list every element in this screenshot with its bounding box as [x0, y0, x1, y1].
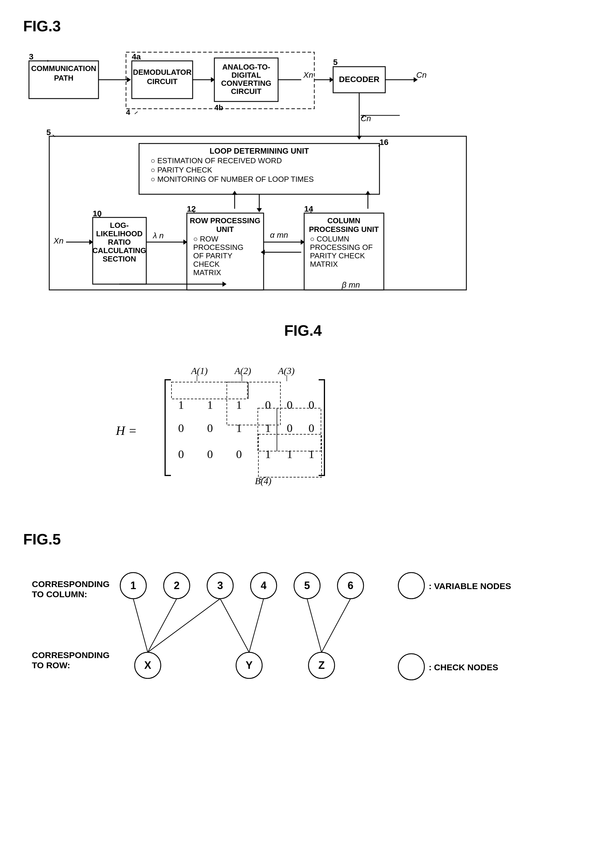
svg-text:1: 1 — [265, 422, 271, 435]
svg-text:PARITY CHECK: PARITY CHECK — [310, 251, 365, 260]
svg-text:0: 0 — [309, 422, 314, 435]
svg-line-145 — [148, 599, 177, 652]
svg-text:16: 16 — [379, 138, 388, 147]
svg-text:0: 0 — [287, 422, 292, 435]
svg-text:α mn: α mn — [270, 231, 288, 239]
svg-text:COLUMN: COLUMN — [327, 216, 360, 225]
svg-text:ROW PROCESSING: ROW PROCESSING — [190, 216, 260, 225]
svg-text:A(2): A(2) — [234, 366, 251, 376]
svg-text:: VARIABLE NODES: : VARIABLE NODES — [429, 581, 511, 591]
svg-text:CHECK: CHECK — [193, 260, 220, 268]
svg-text:1: 1 — [178, 398, 184, 411]
svg-text:4: 4 — [261, 580, 266, 591]
fig4-label: FIG.4 — [23, 322, 583, 339]
svg-line-147 — [220, 599, 249, 652]
svg-text:2: 2 — [174, 580, 179, 591]
svg-text:0: 0 — [207, 422, 213, 435]
fig5-svg: CORRESPONDING TO COLUMN: CORRESPONDING T… — [23, 554, 597, 704]
svg-text:0: 0 — [265, 398, 271, 411]
svg-text:0: 0 — [178, 422, 184, 435]
fig3-svg: COMMUNICATION PATH 3 4 DEMODULATOR CIRCU… — [23, 43, 597, 304]
svg-text:10: 10 — [93, 209, 102, 218]
svg-text:CORRESPONDING: CORRESPONDING — [32, 579, 110, 589]
svg-text:LIKELIHOOD: LIKELIHOOD — [96, 229, 142, 238]
svg-text:1: 1 — [265, 448, 271, 461]
svg-text:○ PARITY CHECK: ○ PARITY CHECK — [151, 166, 212, 174]
svg-text:Y: Y — [246, 659, 253, 671]
svg-text:ANALOG-TO-: ANALOG-TO- — [222, 63, 270, 71]
svg-text:○ MONITORING OF NUMBER OF LOOP: ○ MONITORING OF NUMBER OF LOOP TIMES — [151, 175, 314, 183]
fig5-container: CORRESPONDING TO COLUMN: CORRESPONDING T… — [23, 554, 597, 704]
svg-text:Xn: Xn — [303, 70, 313, 79]
svg-text:SECTION: SECTION — [102, 254, 136, 263]
fig4-svg: H = 1 1 1 0 0 0 0 0 1 1 0 0 0 0 0 1 — [23, 345, 597, 513]
svg-text:LOG-: LOG- — [110, 221, 129, 229]
svg-line-9 — [135, 112, 138, 114]
svg-text:X: X — [144, 659, 151, 671]
svg-text:○ ROW: ○ ROW — [193, 234, 218, 243]
svg-line-146 — [148, 599, 220, 652]
svg-text:PATH: PATH — [54, 74, 74, 82]
svg-text:0: 0 — [178, 448, 184, 461]
svg-text:TO COLUMN:: TO COLUMN: — [32, 589, 87, 599]
svg-text:14: 14 — [304, 205, 314, 213]
svg-text:1: 1 — [130, 580, 136, 591]
svg-point-157 — [398, 573, 424, 599]
svg-line-150 — [322, 599, 351, 652]
svg-text:CONVERTING: CONVERTING — [221, 79, 271, 88]
svg-text:4: 4 — [126, 108, 130, 116]
svg-text:A(1): A(1) — [191, 366, 208, 376]
svg-text:5: 5 — [304, 580, 310, 591]
svg-text:○ ESTIMATION OF RECEIVED WORD: ○ ESTIMATION OF RECEIVED WORD — [151, 156, 282, 165]
svg-text:1: 1 — [287, 448, 292, 461]
svg-text:12: 12 — [187, 205, 196, 213]
svg-text:PROCESSING: PROCESSING — [193, 243, 243, 252]
svg-text:Z: Z — [318, 659, 325, 671]
svg-text:OF PARITY: OF PARITY — [193, 251, 232, 260]
svg-point-159 — [398, 654, 424, 680]
svg-text:0: 0 — [236, 448, 242, 461]
svg-text:RATIO: RATIO — [108, 238, 131, 246]
svg-text:CORRESPONDING: CORRESPONDING — [32, 650, 110, 660]
svg-text:PROCESSING UNIT: PROCESSING UNIT — [309, 225, 379, 234]
svg-line-148 — [249, 599, 264, 652]
fig4-container: H = 1 1 1 0 0 0 0 0 1 1 0 0 0 0 0 1 — [23, 345, 597, 513]
svg-text:6: 6 — [348, 580, 353, 591]
svg-text:A(3): A(3) — [278, 366, 295, 376]
svg-line-149 — [307, 599, 322, 652]
svg-text:CIRCUIT: CIRCUIT — [147, 77, 178, 86]
svg-text:UNIT: UNIT — [216, 225, 234, 234]
svg-text:: CHECK NODES: : CHECK NODES — [429, 662, 498, 672]
svg-text:MATRIX: MATRIX — [193, 268, 221, 277]
svg-text:DIGITAL: DIGITAL — [232, 71, 261, 79]
svg-text:0: 0 — [207, 448, 213, 461]
svg-text:3: 3 — [217, 580, 223, 591]
svg-text:5: 5 — [333, 58, 338, 67]
svg-text:1: 1 — [309, 448, 314, 461]
svg-marker-6 — [127, 77, 131, 82]
svg-text:1: 1 — [236, 398, 242, 411]
svg-text:CALCULATING: CALCULATING — [93, 246, 146, 255]
svg-rect-119 — [227, 382, 280, 425]
svg-text:PROCESSING OF: PROCESSING OF — [310, 243, 373, 252]
svg-text:1: 1 — [207, 398, 213, 411]
svg-text:DECODER: DECODER — [339, 75, 379, 84]
svg-text:CIRCUIT: CIRCUIT — [231, 87, 261, 96]
svg-text:Xn: Xn — [53, 236, 63, 245]
svg-text:4b: 4b — [214, 103, 223, 112]
svg-text:H =: H = — [116, 423, 137, 438]
page: FIG.3 COMMUNICATION PATH 3 4 DEMODULATOR… — [0, 0, 606, 868]
svg-text:1: 1 — [236, 422, 242, 435]
fig5-label: FIG.5 — [23, 530, 583, 548]
svg-text:4a: 4a — [132, 52, 141, 61]
svg-text:○ COLUMN: ○ COLUMN — [310, 234, 349, 243]
svg-text:LOOP DETERMINING UNIT: LOOP DETERMINING UNIT — [209, 147, 309, 155]
fig3-label: FIG.3 — [23, 17, 583, 35]
svg-text:DEMODULATOR: DEMODULATOR — [133, 68, 192, 76]
svg-text:0: 0 — [309, 398, 314, 411]
fig3-container: COMMUNICATION PATH 3 4 DEMODULATOR CIRCU… — [23, 43, 597, 304]
svg-text:5: 5 — [46, 128, 51, 137]
svg-text:Cn: Cn — [416, 70, 427, 79]
svg-rect-116 — [172, 382, 247, 399]
svg-text:0: 0 — [287, 398, 292, 411]
